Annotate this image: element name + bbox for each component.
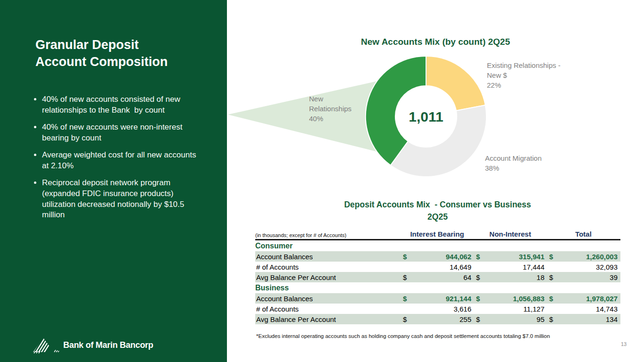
dollar-sign: $	[547, 295, 559, 303]
cell-value: 14,743	[559, 305, 620, 313]
column-header-non-interest: Non-Interest	[474, 230, 547, 238]
cell-value: 921,144	[413, 295, 474, 303]
dollar-sign: $	[401, 295, 413, 303]
row-label: # of Accounts	[255, 305, 401, 313]
row-label: Account Balances	[255, 253, 401, 261]
cell-value: 11,127	[486, 305, 547, 313]
table-row: # of Accounts 3,616 11,127 14,743	[255, 304, 620, 314]
table-row: Avg Balance Per Account $ 255 $ 95 $ 134	[255, 314, 620, 324]
table-units-note: (in thousands; except for # of Accounts)	[255, 232, 401, 238]
row-label: Account Balances	[255, 295, 401, 303]
sidebar-panel: Granular Deposit Account Composition 40%…	[0, 0, 227, 362]
donut-chart-title: New Accounts Mix (by count) 2Q25	[227, 37, 644, 47]
cell-value: 3,616	[413, 305, 474, 313]
dollar-sign: $	[474, 315, 486, 323]
column-header-total: Total	[547, 230, 620, 238]
cell-value: 39	[559, 273, 620, 281]
bullet-list: 40% of new accounts consisted of new rel…	[32, 94, 198, 227]
bullet-item: Reciprocal deposit network program (expa…	[42, 178, 198, 221]
cell-value: 944,062	[413, 253, 474, 261]
logo-wordmark: Bank of Marin Bancorp	[63, 340, 153, 350]
dollar-sign: $	[474, 253, 486, 261]
table-row: # of Accounts 14,649 17,444 32,093	[255, 262, 620, 272]
cell-value: 1,978,027	[559, 295, 620, 303]
bullet-item: 40% of new accounts were non-interest be…	[42, 122, 198, 144]
cell-value: 32,093	[559, 263, 620, 271]
dollar-sign: $	[547, 315, 559, 323]
table-header-row: (in thousands; except for # of Accounts)…	[255, 230, 620, 240]
mountain-logo-icon	[33, 337, 59, 354]
footnote: *Excludes internal operating accounts su…	[256, 333, 615, 339]
cell-value: 14,649	[413, 263, 474, 271]
cell-value: 1,260,003	[559, 253, 620, 261]
slide-title: Granular Deposit Account Composition	[35, 37, 205, 70]
deposit-accounts-table: (in thousands; except for # of Accounts)…	[255, 230, 620, 324]
table-row: Avg Balance Per Account $ 64 $ 18 $ 39	[255, 272, 620, 282]
column-header-interest-bearing: Interest Bearing	[401, 230, 474, 238]
section-header-consumer: Consumer	[255, 240, 620, 251]
cell-value: 18	[486, 273, 547, 281]
page-number: 13	[621, 341, 627, 347]
dollar-sign: $	[547, 273, 559, 281]
presentation-slide: Granular Deposit Account Composition 40%…	[0, 0, 644, 362]
table-row: Account Balances $ 921,144 $ 1,056,883 $…	[255, 293, 620, 304]
row-label: Avg Balance Per Account	[255, 273, 401, 281]
dollar-sign: $	[401, 315, 413, 323]
dollar-sign: $	[474, 273, 486, 281]
table-row: Account Balances $ 944,062 $ 315,941 $ 1…	[255, 251, 620, 262]
section-header-business: Business	[255, 282, 620, 293]
dollar-sign: $	[401, 253, 413, 261]
bank-of-marin-logo: Bank of Marin Bancorp	[33, 337, 153, 354]
cell-value: 17,444	[486, 263, 547, 271]
bullet-item: 40% of new accounts consisted of new rel…	[42, 94, 198, 116]
dollar-sign: $	[547, 253, 559, 261]
bullet-item: Average weighted cost for all new accoun…	[42, 150, 198, 172]
cell-value: 95	[486, 315, 547, 323]
cell-value: 255	[413, 315, 474, 323]
donut-center-total: 1,011	[409, 109, 443, 124]
cell-value: 134	[559, 315, 620, 323]
row-label: # of Accounts	[255, 263, 401, 271]
dollar-sign: $	[401, 273, 413, 281]
label-new-relationships: New Relationships 40%	[309, 94, 375, 123]
cell-value: 64	[413, 273, 474, 281]
table-title: Deposit Accounts Mix - Consumer vs Busin…	[255, 198, 620, 223]
row-label: Avg Balance Per Account	[255, 315, 401, 323]
label-existing-relationships: Existing Relationships - New $ 22%	[487, 60, 577, 90]
label-account-migration: Account Migration 38%	[485, 153, 575, 173]
cell-value: 1,056,883	[486, 295, 547, 303]
cell-value: 315,941	[486, 253, 547, 261]
dollar-sign: $	[474, 295, 486, 303]
